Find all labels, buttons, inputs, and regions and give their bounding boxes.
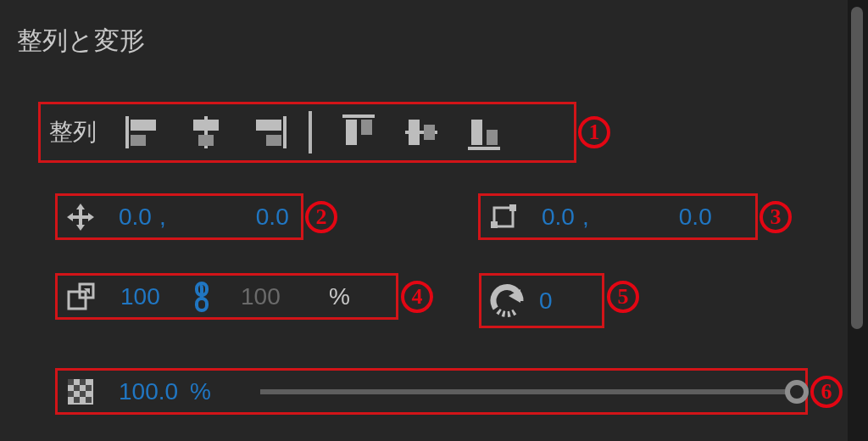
callout-5: 5 xyxy=(607,281,639,313)
opacity-input[interactable]: 100.0 xyxy=(119,378,178,405)
svg-rect-42 xyxy=(86,397,92,403)
anchor-icon xyxy=(489,203,518,232)
svg-rect-27 xyxy=(69,292,86,309)
comma: , xyxy=(582,204,589,231)
svg-rect-14 xyxy=(424,125,435,140)
svg-rect-38 xyxy=(86,385,92,391)
scale-link-toggle[interactable] xyxy=(192,282,212,312)
scale-unit: % xyxy=(329,283,350,310)
opacity-icon xyxy=(66,377,95,406)
link-icon xyxy=(192,282,212,312)
align-middle-v-icon xyxy=(402,113,441,152)
align-left-button[interactable] xyxy=(124,113,163,152)
anchor-group: 0.0 , 0.0 xyxy=(478,193,758,240)
svg-rect-26 xyxy=(509,204,516,211)
svg-rect-37 xyxy=(74,385,80,391)
opacity-slider[interactable] xyxy=(260,389,797,394)
scale-icon xyxy=(66,282,97,312)
align-bottom-icon xyxy=(465,113,504,152)
scrollbar[interactable] xyxy=(851,7,863,329)
position-x-input[interactable]: 0.0 xyxy=(119,204,164,231)
rotation-group: 0 xyxy=(479,273,604,328)
svg-rect-1 xyxy=(131,120,156,131)
svg-rect-13 xyxy=(409,120,420,145)
scale-group: 100 100 % xyxy=(55,273,398,320)
rotation-input[interactable]: 0 xyxy=(539,287,585,315)
svg-rect-9 xyxy=(342,114,375,118)
callout-4: 4 xyxy=(401,281,433,313)
svg-rect-10 xyxy=(346,120,357,145)
panel-title: 整列と変形 xyxy=(17,0,865,59)
svg-rect-4 xyxy=(193,120,219,131)
opacity-slider-thumb[interactable] xyxy=(785,380,809,404)
svg-rect-15 xyxy=(468,147,500,150)
align-separator xyxy=(309,111,312,154)
align-center-h-button[interactable] xyxy=(186,113,225,152)
align-left-icon xyxy=(124,113,163,152)
align-center-h-icon xyxy=(186,113,225,152)
rotation-icon xyxy=(487,281,527,321)
anchor-y-input[interactable]: 0.0 xyxy=(679,204,725,231)
align-right-button[interactable] xyxy=(249,113,288,152)
align-transform-panel: 整列と変形 整列 xyxy=(0,0,865,441)
svg-rect-25 xyxy=(491,221,498,228)
position-group: 0.0 , 0.0 xyxy=(55,193,303,240)
svg-rect-7 xyxy=(256,120,281,131)
align-right-icon xyxy=(249,113,288,152)
svg-rect-40 xyxy=(80,391,86,397)
move-icon xyxy=(66,203,95,232)
align-label: 整列 xyxy=(49,116,97,148)
align-group: 整列 xyxy=(38,102,576,163)
svg-rect-0 xyxy=(125,116,129,148)
position-y-input[interactable]: 0.0 xyxy=(256,204,302,231)
svg-rect-16 xyxy=(471,120,482,145)
svg-rect-39 xyxy=(68,391,74,397)
comma: , xyxy=(159,204,166,231)
callout-3: 3 xyxy=(760,201,792,233)
svg-rect-31 xyxy=(197,299,207,310)
callout-1: 1 xyxy=(578,116,610,148)
right-gutter xyxy=(848,0,868,441)
opacity-group: 100.0 % xyxy=(55,368,808,415)
svg-rect-2 xyxy=(131,135,146,146)
svg-rect-11 xyxy=(361,120,372,135)
align-middle-v-button[interactable] xyxy=(402,113,441,152)
svg-rect-8 xyxy=(266,135,281,146)
svg-rect-5 xyxy=(198,135,214,146)
scale-y-input[interactable]: 100 xyxy=(241,283,287,310)
scale-x-input[interactable]: 100 xyxy=(120,283,166,310)
align-top-icon xyxy=(339,113,378,152)
svg-rect-23 xyxy=(71,215,90,219)
svg-rect-41 xyxy=(74,397,80,403)
svg-rect-35 xyxy=(68,379,74,385)
anchor-x-input[interactable]: 0.0 xyxy=(542,204,587,231)
svg-rect-36 xyxy=(80,379,86,385)
align-buttons xyxy=(124,111,504,154)
callout-6: 6 xyxy=(810,376,843,408)
align-bottom-button[interactable] xyxy=(465,113,504,152)
opacity-unit: % xyxy=(190,378,211,405)
align-top-button[interactable] xyxy=(339,113,378,152)
callout-2: 2 xyxy=(305,201,337,233)
svg-rect-6 xyxy=(283,116,287,148)
svg-rect-17 xyxy=(487,130,498,145)
